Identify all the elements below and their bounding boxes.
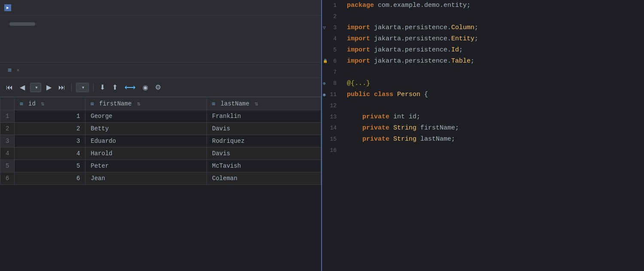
line-number: 1 bbox=[322, 0, 343, 11]
close-tab-button[interactable]: ✕ bbox=[16, 67, 19, 73]
cell-id: 5 bbox=[15, 160, 85, 172]
line-number: 4 bbox=[322, 33, 343, 45]
col-icon-firstname: ⊞ bbox=[91, 101, 94, 107]
line-number: 14 bbox=[322, 123, 343, 134]
rows-selector[interactable]: ▾ bbox=[30, 83, 41, 92]
cell-rownum: 1 bbox=[0, 110, 15, 123]
header-rownum bbox=[0, 97, 15, 110]
csv-selector[interactable]: ▾ bbox=[76, 83, 89, 92]
cell-firstname: Betty bbox=[85, 123, 207, 135]
code-line: 15 private String lastName; bbox=[322, 134, 644, 145]
table-row: 6 6 Jean Coleman bbox=[0, 172, 321, 185]
cell-id: 4 bbox=[15, 148, 85, 160]
cell-firstname: Jean bbox=[85, 172, 207, 185]
cell-firstname: Peter bbox=[85, 160, 207, 172]
code-line: 7 bbox=[322, 67, 644, 78]
result-tab[interactable]: ⊞ ✕ bbox=[4, 66, 23, 75]
divider-1 bbox=[71, 83, 72, 92]
line-number: 6🔒 bbox=[322, 56, 343, 67]
header-firstname[interactable]: ⊞ firstName ⇅ bbox=[85, 97, 207, 110]
data-table-container: ⊞ id ⇅ ⊞ firstName ⇅ ⊞ lastName ⇅ bbox=[0, 97, 321, 271]
line-number: 5 bbox=[322, 45, 343, 56]
code-line: 12 bbox=[322, 100, 644, 111]
code-line: 3▽import jakarta.persistence.Column; bbox=[322, 22, 644, 33]
col-label-lastname: lastName bbox=[221, 100, 249, 107]
upload-button[interactable]: ⬆ bbox=[110, 82, 119, 92]
play-icon: ▶ bbox=[4, 4, 11, 11]
line-number: 15 bbox=[322, 134, 343, 145]
cell-lastname: Davis bbox=[207, 123, 321, 135]
data-table: ⊞ id ⇅ ⊞ firstName ⇅ ⊞ lastName ⇅ bbox=[0, 97, 321, 185]
table-row: 1 1 George Franklin bbox=[0, 110, 321, 123]
toolbar: ⏮ ◀ ▾ ▶ ⏭ ▾ ⬇ ⬆ ⟷ ◉ ⚙ bbox=[0, 78, 321, 97]
sort-firstname[interactable]: ⇅ bbox=[137, 100, 140, 107]
line-content: import jakarta.persistence.Id; bbox=[343, 45, 644, 56]
collapse-button[interactable]: ⟷ bbox=[123, 82, 137, 93]
line-number: 8⊕ bbox=[322, 78, 343, 89]
col-icon-id: ⊞ bbox=[20, 101, 23, 107]
cell-rownum: 2 bbox=[0, 123, 15, 135]
cell-lastname: Davis bbox=[207, 148, 321, 160]
query-scrollbar[interactable] bbox=[5, 20, 316, 28]
next-page-button[interactable]: ▶ bbox=[45, 82, 53, 92]
code-line: 4import jakarta.persistence.Entity; bbox=[322, 33, 644, 45]
line-number: 16 bbox=[322, 145, 343, 156]
line-content: import jakarta.persistence.Column; bbox=[343, 22, 644, 33]
table-icon: ⊞ bbox=[8, 66, 11, 74]
cell-lastname: Rodriquez bbox=[207, 135, 321, 148]
settings-button[interactable]: ⚙ bbox=[153, 82, 163, 92]
divider-2 bbox=[93, 83, 94, 92]
left-panel: ▶ ⊞ ✕ ⏮ ◀ ▾ ▶ ⏭ bbox=[0, 0, 322, 271]
col-icon-lastname: ⊞ bbox=[212, 101, 215, 107]
top-bar: ▶ bbox=[0, 0, 321, 15]
header-id[interactable]: ⊞ id ⇅ bbox=[15, 97, 85, 110]
line-number: 2 bbox=[322, 11, 343, 22]
cell-lastname: McTavish bbox=[207, 160, 321, 172]
sort-lastname[interactable]: ⇅ bbox=[255, 100, 258, 107]
cell-firstname: George bbox=[85, 110, 207, 123]
cell-firstname: Eduardo bbox=[85, 135, 207, 148]
col-label-id: id bbox=[28, 100, 36, 107]
sort-id[interactable]: ⇅ bbox=[41, 100, 44, 107]
prev-page-button[interactable]: ◀ bbox=[18, 82, 27, 92]
code-line: 13 private int id; bbox=[322, 111, 644, 123]
line-content: public class Person { bbox=[343, 89, 644, 100]
code-line: 14 private String firstName; bbox=[322, 123, 644, 134]
query-area[interactable] bbox=[0, 15, 321, 63]
line-content: package com.example.demo.entity; bbox=[343, 0, 644, 11]
code-line: 8⊕@{...} bbox=[322, 78, 644, 89]
cell-id: 6 bbox=[15, 172, 85, 185]
cell-rownum: 4 bbox=[0, 148, 15, 160]
table-row: 2 2 Betty Davis bbox=[0, 123, 321, 135]
eye-button[interactable]: ◉ bbox=[141, 83, 150, 92]
line-number: 3▽ bbox=[322, 22, 343, 33]
line-number: 12 bbox=[322, 100, 343, 111]
line-number: 13 bbox=[322, 111, 343, 123]
cell-rownum: 6 bbox=[0, 172, 15, 185]
line-content: private String firstName; bbox=[343, 123, 644, 134]
cell-lastname: Franklin bbox=[207, 110, 321, 123]
line-content: import jakarta.persistence.Table; bbox=[343, 56, 644, 67]
result-tab-bar: ⊞ ✕ bbox=[0, 63, 321, 78]
table-row: 4 4 Harold Davis bbox=[0, 148, 321, 160]
code-line: 16 bbox=[322, 145, 644, 156]
line-content: private int id; bbox=[343, 111, 644, 123]
line-number: 11◉ bbox=[322, 89, 343, 100]
header-lastname[interactable]: ⊞ lastName ⇅ bbox=[207, 97, 321, 110]
download-button[interactable]: ⬇ bbox=[98, 82, 107, 92]
cell-lastname: Coleman bbox=[207, 172, 321, 185]
right-panel: 1package com.example.demo.entity;23▽impo… bbox=[322, 0, 644, 271]
csv-chevron: ▾ bbox=[82, 84, 85, 91]
first-page-button[interactable]: ⏮ bbox=[4, 83, 15, 92]
code-area[interactable]: 1package com.example.demo.entity;23▽impo… bbox=[322, 0, 644, 271]
line-content: private String lastName; bbox=[343, 134, 644, 145]
cell-rownum: 3 bbox=[0, 135, 15, 148]
rows-chevron: ▾ bbox=[35, 84, 38, 91]
table-row: 3 3 Eduardo Rodriquez bbox=[0, 135, 321, 148]
code-line: 5import jakarta.persistence.Id; bbox=[322, 45, 644, 56]
last-page-button[interactable]: ⏭ bbox=[57, 83, 67, 92]
table-row: 5 5 Peter McTavish bbox=[0, 160, 321, 172]
line-number: 7 bbox=[322, 67, 343, 78]
line-content: import jakarta.persistence.Entity; bbox=[343, 33, 644, 45]
code-line: 1package com.example.demo.entity; bbox=[322, 0, 644, 11]
